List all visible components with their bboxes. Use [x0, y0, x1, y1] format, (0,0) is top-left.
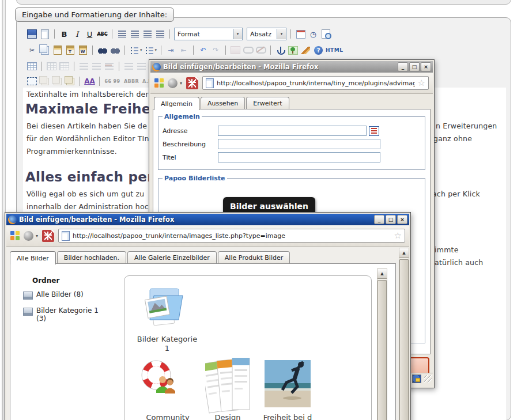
insert-image-icon[interactable] — [230, 45, 241, 55]
description-input[interactable] — [218, 139, 380, 149]
align-left-icon[interactable] — [116, 29, 127, 39]
link-icon[interactable] — [243, 45, 254, 55]
close-button[interactable]: × — [397, 215, 407, 224]
redo-icon[interactable]: ↷ — [210, 45, 221, 55]
quick-launch-icon[interactable] — [154, 78, 164, 88]
table-row-properties-icon[interactable] — [46, 61, 57, 71]
community-image-thumbnail[interactable] — [141, 360, 179, 396]
globe-icon[interactable] — [168, 78, 178, 88]
image-list-browse-icon[interactable] — [369, 126, 379, 136]
scroll-up-icon[interactable]: ▲ — [377, 269, 387, 279]
insert-column-before-icon[interactable] — [123, 61, 134, 71]
cut-icon[interactable]: ✂ — [27, 45, 37, 55]
folder-item-alle-bilder[interactable]: Alle Bilder (8) — [23, 290, 104, 300]
insert-row-before-icon[interactable] — [78, 61, 89, 71]
chevron-down-icon[interactable]: ▾ — [140, 48, 142, 52]
chevron-down-icon[interactable]: ▾ — [277, 29, 286, 39]
insert-table-icon[interactable] — [27, 61, 37, 71]
image-dialog-titlebar[interactable]: Bild einfügen/bearbeiten - Mozilla Firef… — [150, 61, 433, 73]
search-replace-icon[interactable] — [110, 45, 120, 55]
paste-word-icon[interactable]: W — [77, 45, 88, 55]
unlink-icon[interactable] — [255, 45, 266, 55]
html-source-icon[interactable]: HTML — [326, 45, 343, 55]
window-scrollbar[interactable]: ▲ — [399, 248, 409, 420]
align-right-icon[interactable] — [142, 29, 153, 39]
insert-date-icon[interactable] — [295, 29, 306, 39]
copy-icon[interactable] — [39, 45, 50, 55]
tab-galerie-einzelbilder[interactable]: Alle Galerie Einzelbilder — [127, 251, 217, 263]
layer-backward-icon[interactable] — [52, 76, 63, 86]
maximize-button[interactable]: □ — [409, 62, 420, 71]
paste-icon[interactable] — [52, 45, 63, 55]
image-tree-icon[interactable] — [288, 45, 299, 55]
scrollbar-thumb[interactable] — [399, 259, 409, 420]
anchor-icon[interactable] — [275, 45, 286, 55]
strikethrough-icon[interactable]: ABC — [97, 29, 108, 39]
close-button[interactable]: × — [421, 62, 431, 71]
image-list-dialog-titlebar[interactable]: Bild einfügen/bearbeiten - Mozilla Firef… — [6, 214, 409, 225]
save-icon[interactable] — [27, 29, 37, 39]
layer-icon[interactable] — [39, 76, 50, 86]
minimize-button[interactable]: _ — [398, 62, 408, 71]
tab-bilder-hochladen[interactable]: Bilder hochladen. — [57, 251, 126, 263]
undo-icon[interactable]: ↶ — [198, 45, 209, 55]
quick-launch-icon[interactable] — [10, 231, 20, 240]
design-image-thumbnail[interactable] — [205, 358, 250, 417]
search-icon[interactable] — [97, 45, 108, 55]
delete-row-icon[interactable] — [104, 61, 115, 71]
underline-icon[interactable]: U — [84, 29, 95, 39]
address-input[interactable] — [218, 126, 367, 136]
help-icon[interactable]: ? — [313, 45, 324, 55]
address-bar[interactable]: http://localhost/papoo_trunk/interna/ima… — [58, 229, 405, 243]
tab-allgemein[interactable]: Allgemein — [154, 97, 199, 110]
abbreviation-icon[interactable]: ABBR — [123, 76, 140, 86]
address-bar[interactable]: http://localhost/papoo_trunk/interna/tin… — [202, 76, 429, 90]
align-center-icon[interactable] — [129, 29, 140, 39]
insert-column-after-icon[interactable] — [136, 61, 147, 71]
insert-layer-icon[interactable] — [65, 76, 75, 86]
bullet-list-icon[interactable] — [129, 45, 140, 55]
align-justify-icon[interactable] — [154, 29, 165, 39]
category-thumb-label[interactable]: Bilder Kategorie 1 — [128, 335, 206, 353]
numbered-list-icon[interactable] — [144, 45, 155, 55]
folder-item-bilder-kategorie-1[interactable]: Bilder Kategorie 1 (3) — [23, 307, 104, 323]
indent-icon[interactable]: ⇥ — [165, 45, 176, 55]
table-cell-properties-icon[interactable] — [59, 61, 70, 71]
new-document-icon[interactable] — [39, 29, 50, 39]
visual-aid-icon[interactable] — [27, 76, 37, 86]
blockquote-icon[interactable]: 66 99 — [104, 76, 121, 86]
maximize-button[interactable]: □ — [386, 215, 396, 224]
bookmark-star-icon[interactable]: ☆ — [418, 78, 425, 88]
papoo-logo-icon[interactable] — [186, 77, 198, 89]
image-category-folder-icon[interactable] — [142, 282, 183, 328]
papoo-logo-icon[interactable] — [42, 230, 54, 242]
tab-produkt-bilder[interactable]: Alle Produkt Bilder — [218, 251, 290, 263]
paragraph-select[interactable]: Absatz ▾ — [247, 28, 286, 40]
list-scrollbar[interactable]: ▲ — [377, 268, 387, 420]
preview-icon[interactable] — [320, 29, 331, 39]
style-properties-icon[interactable]: AA — [84, 76, 95, 86]
tab-aussehen[interactable]: Aussehen — [201, 97, 245, 109]
chevron-down-icon[interactable]: ▾ — [233, 29, 242, 39]
bookmark-star-icon[interactable]: ☆ — [394, 230, 402, 241]
scrollbar-thumb[interactable] — [377, 280, 387, 420]
minimize-button[interactable]: _ — [374, 215, 384, 224]
bold-icon[interactable]: B — [59, 29, 70, 39]
resize-grip[interactable] — [424, 375, 432, 383]
chevron-down-icon[interactable]: ▾ — [180, 81, 182, 86]
insert-time-icon[interactable]: ◷ — [308, 29, 319, 39]
chevron-down-icon[interactable]: ▾ — [36, 233, 38, 239]
globe-icon[interactable] — [24, 231, 33, 241]
italic-icon[interactable]: I — [71, 29, 82, 39]
insert-row-after-icon[interactable] — [91, 61, 102, 71]
outdent-icon[interactable]: ⇤ — [178, 45, 189, 55]
freedom-image-thumbnail[interactable] — [265, 360, 311, 407]
chevron-down-icon[interactable]: ▾ — [155, 48, 157, 52]
tab-alle-bilder[interactable]: Alle Bilder — [10, 251, 56, 264]
title-input[interactable] — [218, 152, 380, 162]
format-select[interactable]: Format ▾ — [174, 28, 243, 40]
scroll-up-icon[interactable]: ▲ — [399, 248, 409, 258]
paste-text-icon[interactable]: T — [65, 45, 75, 55]
tab-erweitert[interactable]: Erweitert — [246, 97, 289, 109]
cleanup-brush-icon[interactable] — [300, 45, 311, 55]
